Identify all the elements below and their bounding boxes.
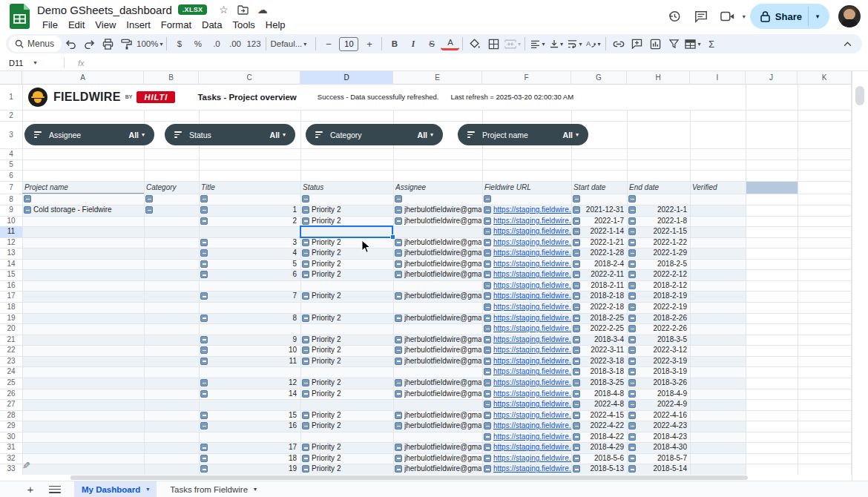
slicer-value[interactable]: All [270,131,280,139]
horizontal-align-button[interactable]: ▾ [528,36,547,52]
cell-F12[interactable]: https://staging.fieldwire.c [493,237,571,249]
tab-caret-icon[interactable]: ▾ [146,486,149,493]
cell-H13[interactable]: 2022-1-29 [627,248,687,259]
cell-F30[interactable]: https://staging.fieldwire.c [493,432,571,443]
name-box[interactable]: D11 ▾ [0,59,58,68]
cell-H25[interactable]: 2018-3-26 [627,378,687,389]
cell-D12[interactable]: Priority 2 [312,237,392,249]
collapse-chip-icon[interactable] [395,260,402,268]
cell-C9[interactable]: 1 [199,205,297,216]
cell-G13[interactable]: 2022-1-28 [571,248,624,259]
video-call-icon[interactable] [718,7,737,26]
cell-C13[interactable]: 4 [199,248,297,259]
cell-H26[interactable]: 2018-4-9 [627,389,687,400]
cell-H14[interactable]: 2018-2-5 [627,259,687,270]
slicer-caret-icon[interactable]: ▾ [576,131,579,138]
column-header-G[interactable]: G [571,71,627,85]
version-history-icon[interactable] [665,7,684,26]
cell-F21[interactable]: https://staging.fieldwire.c [493,335,571,346]
spreadsheet-grid[interactable]: ABCDEFGHIJK12345678910111213141516171819… [0,71,852,475]
cell-G31[interactable]: 2018-4-29 [571,442,624,453]
cell-G30[interactable]: 2018-4-22 [571,432,624,443]
redo-button[interactable] [80,36,99,52]
collapse-chip-icon[interactable] [302,249,309,257]
cell-F22[interactable]: https://staging.fieldwire.c [493,345,571,356]
table-header-B[interactable]: Category [146,181,197,194]
cell-D14[interactable]: Priority 2 [312,259,392,270]
tab-tasks-from-fieldwire[interactable]: Tasks from Fieldwire ▾ [162,481,264,497]
collapse-chip-icon[interactable] [24,195,31,203]
cell-F20[interactable]: https://staging.fieldwire.c [493,323,571,335]
row-header-31[interactable]: 31 [0,442,22,453]
collapse-chip-icon[interactable] [302,455,309,462]
collapse-chip-icon[interactable] [395,315,402,322]
cell-E14[interactable]: jherbulotfieldwire@gmail. [404,259,481,270]
cell-F11[interactable]: https://staging.fieldwire.c [493,226,571,237]
row-header-20[interactable]: 20 [0,323,22,335]
cell-F28[interactable]: https://staging.fieldwire.c [493,410,571,421]
cell-G9[interactable]: 2021-12-31 [571,205,624,216]
cell-C22[interactable]: 10 [199,345,297,356]
collapse-chip-icon[interactable] [395,249,402,257]
cell-D10[interactable]: Priority 2 [312,216,392,227]
cell-F29[interactable]: https://staging.fieldwire.c [493,421,571,432]
insert-table-button[interactable]: ▾ [683,36,702,52]
horizontal-scrollbar[interactable] [0,475,852,481]
row-header-22[interactable]: 22 [0,345,22,356]
row-header-24[interactable]: 24 [0,366,22,378]
functions-button[interactable]: Σ [702,36,720,52]
collapse-chip-icon[interactable] [395,422,402,429]
vertical-align-button[interactable]: ▾ [547,36,565,52]
document-title[interactable]: Demo GSheets_dashboard [37,4,172,16]
cell-H30[interactable]: 2018-4-23 [627,432,687,443]
collapse-chip-icon[interactable] [395,239,402,246]
collapse-chip-icon[interactable] [484,282,491,289]
cell-E15[interactable]: jherbulotfieldwire@gmail. [404,269,481,280]
row-header-2[interactable]: 2 [0,110,22,121]
collapse-chip-icon[interactable] [302,292,309,300]
cell-D26[interactable]: Priority 2 [312,389,392,400]
collapse-chip-icon[interactable] [302,444,309,451]
cell-F24[interactable]: https://staging.fieldwire.c [493,366,571,378]
collapse-chip-icon[interactable] [302,195,309,203]
slicer-value[interactable]: All [563,131,573,139]
collapse-chip-icon[interactable] [200,195,208,203]
cell-F13[interactable]: https://staging.fieldwire.c [493,248,571,259]
paint-format-button[interactable] [117,36,136,52]
collapse-chip-icon[interactable] [302,422,309,429]
cell-F23[interactable]: https://staging.fieldwire.c [493,356,571,367]
cell-C10[interactable]: 2 [199,216,297,227]
collapse-chip-icon[interactable] [628,195,636,203]
cell-G26[interactable]: 2018-4-8 [571,389,624,400]
cell-H15[interactable]: 2022-2-12 [627,269,687,280]
cell-D32[interactable]: Priority 2 [312,453,392,464]
add-sheet-button[interactable]: + [22,483,39,496]
cell-E21[interactable]: jherbulotfieldwire@gmail. [404,335,481,346]
cell-E9[interactable]: jherbulotfieldwire@gmail. [404,205,481,216]
cell-E25[interactable]: jherbulotfieldwire@gmail. [404,378,481,389]
collapse-chip-icon[interactable] [484,271,491,278]
collapse-chip-icon[interactable] [302,315,309,322]
cell-G28[interactable]: 2022-4-15 [571,410,624,421]
collapse-chip-icon[interactable] [395,465,402,473]
column-header-A[interactable]: A [22,71,144,85]
cell-E29[interactable]: jherbulotfieldwire@gmail. [404,421,481,432]
italic-button[interactable]: I [404,36,422,52]
slicer-project-name[interactable]: Project nameAll▾ [458,124,588,145]
cell-A9[interactable]: Cold storage - Fieldwire [33,205,143,216]
cell-G25[interactable]: 2018-3-25 [571,378,624,389]
cell-C21[interactable]: 9 [199,335,297,346]
cell-D22[interactable]: Priority 2 [312,345,392,356]
text-wrap-button[interactable]: ▾ [565,36,584,52]
collapse-chip-icon[interactable] [484,433,491,441]
cell-D28[interactable]: Priority 2 [312,410,392,421]
row-header-14[interactable]: 14 [0,259,22,270]
slicer-status[interactable]: StatusAll▾ [165,124,295,145]
cell-H23[interactable]: 2022-3-19 [627,356,687,367]
row-header-26[interactable]: 26 [0,389,22,400]
cell-C29[interactable]: 16 [199,421,297,432]
row-header-11[interactable]: 11 [0,226,22,237]
row-header-9[interactable]: 9 [0,205,22,216]
row-header-28[interactable]: 28 [0,410,22,421]
cell-F14[interactable]: https://staging.fieldwire.c [493,259,571,270]
